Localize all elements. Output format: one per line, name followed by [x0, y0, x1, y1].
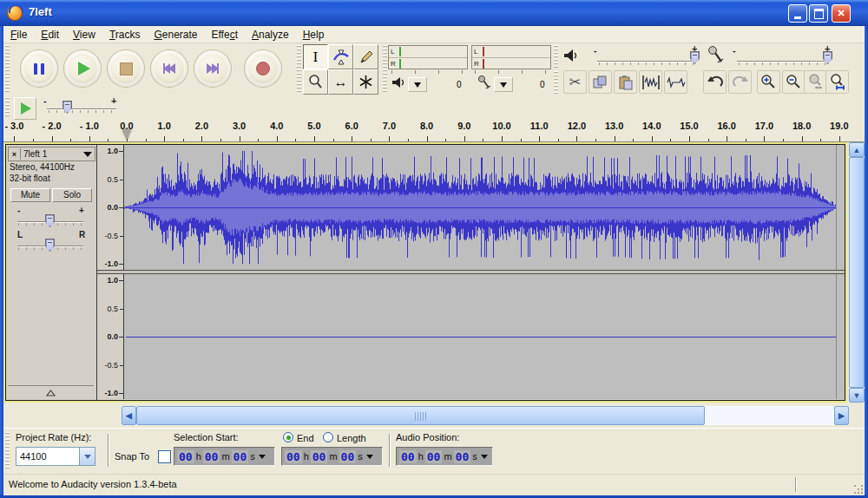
horizontal-scrollbar[interactable]: ◀ ▶ [122, 406, 849, 425]
resize-grip[interactable] [852, 483, 863, 494]
selection-tool-button[interactable]: I [303, 44, 328, 69]
mixer-toolbar-grabber[interactable] [554, 45, 558, 69]
fit-project-button[interactable] [825, 70, 849, 94]
selection-start-field[interactable]: 00h00m00s [174, 447, 275, 466]
edit-toolbar-grabber[interactable] [554, 71, 558, 94]
time-digits[interactable]: 00 [399, 450, 417, 463]
recording-meter-dropdown[interactable] [494, 77, 513, 92]
forward-button[interactable] [194, 50, 231, 87]
draw-tool-button[interactable] [353, 44, 378, 69]
timeline-ruler[interactable]: - 3.0- 2.0- 1.00.01.02.03.04.05.06.07.08… [3, 120, 865, 142]
undo-button[interactable] [703, 70, 727, 94]
length-radio-label[interactable]: Length [337, 433, 366, 443]
timeshift-tool-button[interactable]: ↔ [328, 69, 353, 95]
time-digits[interactable]: 00 [232, 450, 249, 463]
silence-button[interactable] [664, 70, 687, 94]
record-button[interactable] [245, 50, 281, 87]
time-digits[interactable]: 00 [425, 450, 443, 463]
scroll-down-button[interactable]: ▼ [849, 388, 865, 403]
field-dropdown-caret-icon[interactable] [481, 455, 488, 459]
time-digits[interactable]: 00 [177, 450, 194, 463]
time-digits[interactable]: 00 [339, 450, 357, 463]
rewind-button[interactable] [151, 50, 187, 87]
horizontal-scrollbar-thumb[interactable] [136, 406, 705, 425]
transport-toolbar-grabber[interactable] [5, 45, 10, 94]
time-digits[interactable]: 00 [203, 450, 220, 463]
arrow-down-icon: ▼ [853, 391, 861, 400]
end-radio-label[interactable]: End [297, 433, 314, 443]
solo-button[interactable]: Solo [52, 188, 92, 202]
meter-toolbar-grabber[interactable] [383, 45, 387, 94]
minimize-button[interactable] [788, 4, 807, 23]
output-volume-slider[interactable] [597, 61, 698, 62]
track-menu-caret-icon[interactable] [83, 152, 92, 157]
menu-item-generate[interactable]: Generate [147, 27, 204, 43]
combo-dropdown-button[interactable] [79, 448, 95, 465]
zoom-tool-button[interactable] [303, 69, 328, 95]
recording-meter[interactable]: L R [471, 45, 551, 69]
project-rate-combo[interactable]: 44100 [16, 447, 95, 466]
zoom-out-button[interactable] [782, 70, 806, 94]
ruler-tick [33, 139, 34, 141]
end-radio[interactable] [283, 432, 293, 442]
close-button[interactable]: ✕ [832, 4, 851, 23]
input-volume-slider[interactable] [737, 61, 831, 62]
zoom-in-button[interactable] [757, 70, 780, 94]
time-digits[interactable]: 00 [454, 450, 471, 463]
paste-button[interactable] [614, 70, 637, 94]
playback-meter-dropdown[interactable] [408, 77, 427, 92]
menu-item-tracks[interactable]: Tracks [102, 27, 148, 43]
ruler-label: 5.0 [307, 121, 320, 131]
vertical-scrollbar[interactable]: ▲ ▼ [849, 142, 865, 403]
menu-item-file[interactable]: File [3, 27, 34, 43]
scroll-left-button[interactable]: ◀ [122, 406, 136, 425]
play-speed-slider[interactable] [47, 108, 116, 109]
menu-item-view[interactable]: View [66, 27, 102, 43]
track-collapse-button[interactable] [8, 385, 94, 399]
mute-button[interactable]: Mute [10, 188, 50, 202]
trim-button[interactable] [639, 70, 662, 94]
toolbar-separator [108, 434, 109, 467]
selection-toolbar-grabber[interactable] [5, 432, 10, 470]
play-button[interactable] [64, 50, 101, 87]
snap-to-checkbox[interactable] [158, 450, 171, 463]
waveform-right-channel[interactable] [124, 274, 845, 399]
menu-item-effect[interactable]: Effect [204, 27, 244, 43]
menu-item-analyze[interactable]: Analyze [245, 27, 296, 43]
maximize-button[interactable] [809, 4, 828, 23]
tools-toolbar-grabber[interactable] [297, 45, 301, 94]
vertical-ruler-left-channel[interactable]: 1.00.50.0-0.5-1.0 [97, 145, 124, 270]
playhead-cursor-marker[interactable] [122, 129, 131, 140]
copy-button[interactable] [589, 70, 612, 94]
vruler-tick [120, 180, 123, 180]
play-at-speed-button[interactable] [14, 97, 36, 120]
time-digits[interactable]: 00 [311, 450, 328, 463]
redo-button[interactable] [728, 70, 752, 94]
track-close-button[interactable]: × [9, 148, 21, 160]
stop-button[interactable] [108, 50, 144, 87]
envelope-tool-button[interactable] [328, 44, 353, 69]
pause-button[interactable] [21, 50, 57, 87]
length-radio[interactable] [323, 432, 333, 442]
cut-button[interactable]: ✂ [563, 70, 587, 94]
scroll-right-button[interactable]: ▶ [834, 406, 849, 425]
ruler-tick [220, 139, 221, 141]
title-bar[interactable]: 7left ✕ [0, 0, 868, 26]
ruler-label: 11.0 [530, 121, 549, 131]
menu-item-help[interactable]: Help [296, 27, 332, 43]
menu-item-edit[interactable]: Edit [34, 27, 66, 43]
multi-tool-button[interactable] [353, 69, 378, 95]
playback-meter[interactable]: L R [388, 45, 468, 69]
track-control-panel[interactable]: × 7left 1 Stereo, 44100Hz 32-bit float M… [6, 145, 97, 400]
transcription-toolbar-grabber[interactable] [5, 97, 10, 118]
audio-position-field[interactable]: 00h00m00s [396, 447, 493, 466]
selection-end-field[interactable]: 00h00m00s [281, 447, 383, 466]
vertical-ruler-right-channel[interactable]: 1.00.50.0-0.5-1.0 [97, 274, 124, 399]
time-digits[interactable]: 00 [285, 450, 302, 463]
waveform-left-channel[interactable] [124, 145, 845, 270]
field-dropdown-caret-icon[interactable] [259, 455, 266, 459]
field-dropdown-caret-icon[interactable] [366, 455, 373, 459]
fit-selection-button[interactable] [804, 70, 827, 94]
vertical-scrollbar-thumb[interactable] [849, 157, 865, 388]
scroll-up-button[interactable]: ▲ [849, 142, 865, 157]
